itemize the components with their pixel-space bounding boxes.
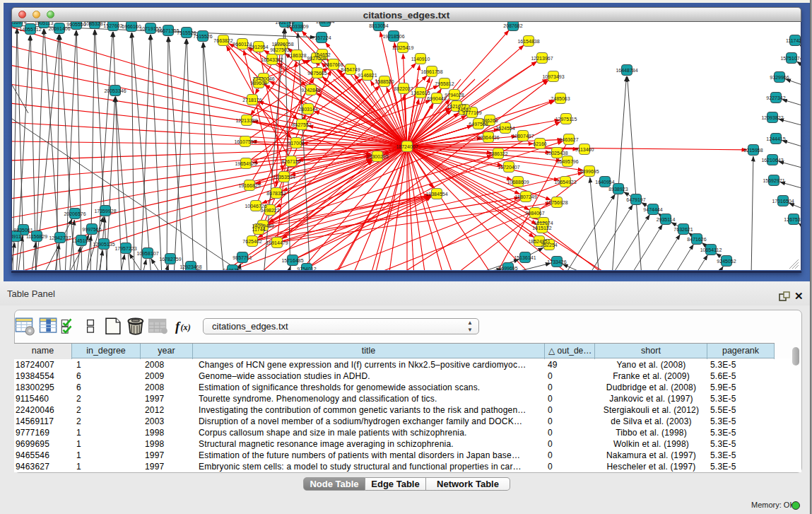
svg-text:7663822: 7663822	[213, 38, 233, 43]
svg-text:9113460: 9113460	[575, 147, 594, 152]
svg-text:15751074: 15751074	[780, 56, 801, 61]
svg-text:1244415: 1244415	[766, 136, 785, 141]
svg-text:1267533: 1267533	[784, 217, 801, 222]
svg-text:11744: 11744	[252, 227, 266, 232]
svg-text:10025438: 10025438	[546, 151, 567, 156]
svg-text:989608: 989608	[250, 81, 266, 86]
svg-text:8316974: 8316974	[12, 22, 27, 25]
svg-text:1527602: 1527602	[103, 23, 122, 28]
svg-text:10958107: 10958107	[136, 251, 158, 256]
svg-text:6966160: 6966160	[122, 24, 141, 29]
svg-text:8186328: 8186328	[287, 53, 306, 58]
svg-text:746266: 746266	[481, 118, 498, 123]
svg-text:17957223: 17957223	[114, 246, 136, 251]
svg-text:62160: 62160	[533, 141, 547, 146]
svg-text:16033809: 16033809	[286, 24, 308, 29]
svg-text:1145194: 1145194	[72, 238, 91, 243]
svg-text:8215958: 8215958	[743, 148, 763, 153]
svg-text:12353594: 12353594	[273, 175, 295, 180]
svg-text:9463627: 9463627	[559, 137, 578, 142]
svg-text:9835061: 9835061	[13, 228, 33, 233]
svg-text:15692971: 15692971	[763, 178, 784, 183]
svg-text:9245052: 9245052	[717, 259, 736, 264]
svg-text:8471626: 8471626	[687, 237, 706, 242]
svg-text:16782759: 16782759	[159, 257, 181, 262]
svg-text:15136141: 15136141	[514, 255, 536, 260]
svg-text:7515526: 7515526	[193, 34, 212, 39]
svg-text:9827503: 9827503	[270, 47, 289, 52]
svg-text:1140910: 1140910	[411, 57, 430, 62]
svg-text:12093822: 12093822	[761, 115, 783, 120]
svg-text:18724007: 18724007	[396, 144, 418, 149]
svg-text:9146821: 9146821	[358, 73, 377, 78]
svg-text:8427552: 8427552	[292, 122, 311, 127]
svg-text:11325419: 11325419	[392, 45, 414, 50]
svg-text:12975115: 12975115	[555, 117, 577, 122]
svg-text:9857791: 9857791	[233, 255, 252, 260]
svg-text:16961758: 16961758	[420, 69, 442, 74]
svg-text:9699695: 9699695	[498, 266, 517, 271]
svg-text:1733426: 1733426	[547, 259, 566, 264]
svg-text:2087682: 2087682	[503, 23, 522, 28]
svg-text:9997566: 9997566	[82, 227, 101, 232]
svg-text:15720407: 15720407	[498, 165, 519, 170]
svg-text:154652: 154652	[314, 52, 330, 57]
svg-text:10807487: 10807487	[512, 134, 534, 139]
svg-text:18300295: 18300295	[366, 154, 388, 159]
svg-text:20206576: 20206576	[64, 211, 86, 216]
svg-text:15716485: 15716485	[281, 258, 303, 263]
svg-text:9084067: 9084067	[525, 211, 544, 216]
svg-text:7485063: 7485063	[551, 96, 570, 101]
svg-text:8912954: 8912954	[249, 45, 268, 49]
svg-text:20364436: 20364436	[477, 135, 499, 140]
svg-text:1615132: 1615132	[532, 226, 551, 230]
svg-text:17016504: 17016504	[772, 199, 794, 204]
svg-text:939114: 939114	[12, 234, 24, 239]
svg-text:10973493: 10973493	[542, 74, 564, 79]
svg-text:8267150: 8267150	[281, 159, 300, 164]
svg-text:16107553: 16107553	[234, 139, 256, 144]
svg-text:16914479: 16914479	[266, 240, 288, 245]
svg-text:7386322: 7386322	[488, 151, 507, 156]
svg-text:9794028: 9794028	[445, 93, 464, 98]
svg-text:9186756: 9186756	[223, 268, 242, 271]
svg-text:20691406: 20691406	[48, 26, 70, 31]
svg-text:9754012: 9754012	[297, 267, 316, 271]
svg-text:9227342: 9227342	[766, 95, 785, 100]
svg-text:19166825: 19166825	[238, 183, 260, 188]
svg-text:11156829: 11156829	[26, 234, 47, 239]
svg-text:7357224: 7357224	[312, 35, 331, 40]
svg-text:1588520: 1588520	[375, 79, 394, 84]
svg-text:1905113: 1905113	[35, 22, 54, 25]
svg-text:2867608: 2867608	[324, 62, 343, 67]
svg-text:(x): (x)	[181, 322, 191, 332]
svg-text:8454749: 8454749	[341, 67, 360, 72]
svg-text:8813054: 8813054	[369, 23, 388, 28]
svg-text:7955812: 7955812	[435, 81, 454, 86]
svg-text:10654112: 10654112	[700, 247, 722, 252]
svg-text:19756928: 19756928	[546, 200, 567, 205]
svg-text:1362615: 1362615	[411, 90, 430, 95]
svg-text:16543382: 16543382	[261, 57, 283, 62]
svg-text:19654923: 19654923	[554, 180, 576, 185]
svg-text:9474444: 9474444	[643, 207, 662, 212]
svg-text:12213967: 12213967	[531, 56, 553, 61]
svg-text:14055712: 14055712	[19, 27, 41, 32]
svg-text:3498222: 3498222	[260, 208, 279, 213]
svg-text:19654925: 19654925	[235, 161, 257, 166]
svg-text:9899695: 9899695	[579, 169, 599, 174]
svg-text:20053346: 20053346	[104, 88, 126, 93]
svg-text:12905135: 12905135	[93, 242, 114, 247]
svg-text:1640954: 1640954	[595, 180, 614, 185]
svg-text:19384554: 19384554	[425, 192, 447, 197]
svg-text:12923468: 12923468	[180, 264, 201, 269]
svg-text:9777169: 9777169	[462, 110, 481, 115]
svg-text:6990448: 6990448	[427, 96, 446, 101]
svg-text:16495796: 16495796	[556, 159, 578, 164]
svg-text:17359928: 17359928	[94, 209, 116, 214]
svg-text:12942737: 12942737	[49, 235, 71, 240]
svg-text:19218506: 19218506	[382, 34, 404, 39]
svg-text:9329966: 9329966	[770, 75, 789, 80]
svg-text:3624554: 3624554	[495, 126, 514, 131]
svg-text:8938923: 8938923	[608, 187, 628, 192]
